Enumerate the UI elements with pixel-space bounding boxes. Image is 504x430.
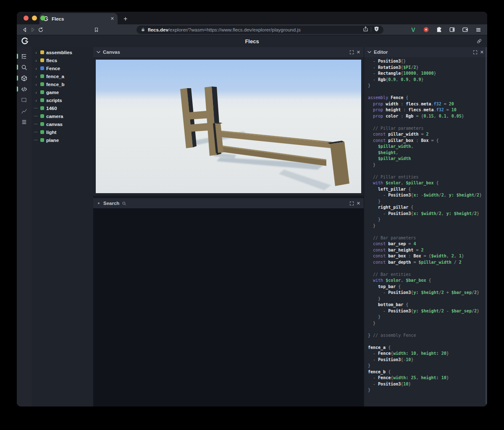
code-line: $pillar_width, <box>368 144 485 150</box>
reload-button[interactable] <box>37 27 45 33</box>
code-line: const bar_depth = $pillar_width / 2 <box>368 260 485 266</box>
entity-icon <box>40 122 44 126</box>
editor-panel: Editor ✕ - Position3{} - Rotation3{$PI/2… <box>364 47 487 406</box>
code-line <box>368 89 485 95</box>
sidebar-tree-icon[interactable] <box>17 51 32 62</box>
fullscreen-icon[interactable] <box>349 201 354 206</box>
chevron-down-icon[interactable] <box>368 51 371 53</box>
url-text: flecs.dev/explorer/?wasm=https://www.fle… <box>148 27 360 32</box>
url-bar[interactable]: flecs.dev/explorer/?wasm=https://www.fle… <box>136 26 383 34</box>
entity-icon <box>40 58 44 62</box>
bookmark-icon[interactable] <box>92 27 100 33</box>
tree-item-scripts[interactable]: ›scripts <box>32 96 93 104</box>
code-line: } <box>368 162 485 168</box>
code-line: } <box>368 223 485 229</box>
tree-item-canvas[interactable]: canvas <box>32 120 93 128</box>
browser-window: Flecs ✕ + flecs. <box>17 12 487 406</box>
tree-item-assemblies[interactable]: ›assemblies <box>32 48 93 56</box>
code-line: // Pillar entities <box>368 174 485 181</box>
expand-icon[interactable]: › <box>34 82 38 87</box>
close-icon[interactable]: ✕ <box>357 50 360 55</box>
tree-item-label: light <box>46 130 56 135</box>
tree-item-light[interactable]: light <box>32 128 93 136</box>
entity-icon <box>40 50 44 54</box>
tree-item-fence_b[interactable]: ›fence_b <box>32 80 93 88</box>
search-results-area[interactable] <box>93 208 364 406</box>
vue-devtools-icon[interactable]: V <box>409 26 418 33</box>
wallet-icon[interactable] <box>461 26 470 33</box>
sidebar-rows-icon[interactable] <box>17 116 32 127</box>
menu-icon[interactable] <box>474 27 483 33</box>
back-button[interactable] <box>21 27 29 33</box>
expand-icon[interactable]: › <box>34 58 38 63</box>
browser-tab[interactable]: Flecs ✕ <box>39 13 118 24</box>
extension-hex-icon[interactable] <box>422 26 431 33</box>
tree-item-label: assemblies <box>46 50 72 55</box>
expand-icon[interactable]: › <box>34 98 38 102</box>
brave-shield-icon[interactable] <box>374 26 379 34</box>
tree-item-fence_a[interactable]: ›fence_a <box>32 72 93 80</box>
code-line: prop width : flecs.meta.f32 = 20 <box>368 101 485 108</box>
link-icon[interactable] <box>476 38 482 44</box>
code-editor[interactable]: - Position3{} - Rotation3{$PI/2} - Recta… <box>364 57 487 406</box>
main-area: ›assemblies›flecs›Fence›fence_a›fence_b›… <box>17 47 487 406</box>
search-panel: Search ✕ <box>93 198 364 406</box>
share-icon[interactable] <box>363 26 368 34</box>
code-line: - Position3{y: $height/2 - $bar_sep/2} <box>368 308 485 315</box>
tab-close-icon[interactable]: ✕ <box>110 16 114 21</box>
tree-item-label: Fence <box>46 66 60 71</box>
close-icon[interactable]: ✕ <box>357 201 360 206</box>
extension-icons: V <box>409 26 483 33</box>
code-line: - Position3{10} <box>368 381 485 388</box>
tree-item-flecs[interactable]: ›flecs <box>32 56 93 64</box>
tree-item-label: camera <box>46 114 63 119</box>
zoom-window-button[interactable] <box>40 16 45 21</box>
browser-toolbar: flecs.dev/explorer/?wasm=https://www.fle… <box>17 24 487 35</box>
new-tab-button[interactable]: + <box>123 15 127 23</box>
code-line: - Rectangle{10000, 10000} <box>368 71 485 77</box>
extensions-puzzle-icon[interactable] <box>435 26 444 33</box>
sidebar-panel-icon[interactable] <box>448 26 457 33</box>
expand-icon[interactable]: › <box>34 90 38 94</box>
tree-item-Fence[interactable]: ›Fence <box>32 64 93 72</box>
close-icon[interactable]: ✕ <box>480 50 484 55</box>
tree-item-camera[interactable]: camera <box>32 112 93 120</box>
canvas-3d-viewport[interactable] <box>93 57 364 196</box>
minimize-window-button[interactable] <box>32 16 37 21</box>
collapse-dot-icon[interactable] <box>98 202 100 204</box>
code-line: } <box>368 217 485 223</box>
entity-tree: ›assemblies›flecs›Fence›fence_a›fence_b›… <box>32 47 93 406</box>
expand-icon[interactable]: › <box>34 66 38 71</box>
sidebar-chart-icon[interactable] <box>17 105 32 116</box>
tree-item-label: flecs <box>46 58 57 63</box>
expand-icon[interactable]: › <box>34 74 38 79</box>
code-line: } <box>368 387 485 393</box>
forward-button[interactable] <box>29 27 37 33</box>
code-line: } <box>368 363 485 369</box>
code-line: - Position3{} <box>368 58 485 65</box>
entity-icon <box>40 82 44 86</box>
code-line: with $color, $pillar_box { <box>368 180 485 186</box>
entity-icon <box>40 90 44 94</box>
traffic-lights <box>24 12 45 24</box>
tree-item-label: plane <box>46 138 59 143</box>
fullscreen-icon[interactable] <box>349 50 354 55</box>
code-line: } <box>368 296 485 302</box>
tree-item-label: game <box>46 90 59 95</box>
sidebar-cube-icon[interactable] <box>17 73 32 84</box>
code-line: const pillar_width = 2 <box>368 131 485 138</box>
fullscreen-icon[interactable] <box>473 50 478 55</box>
tree-item-1460[interactable]: 1460 <box>32 104 93 112</box>
sidebar-search-icon[interactable] <box>17 62 32 73</box>
sidebar-inspector-icon[interactable] <box>17 94 32 105</box>
sidebar-code-icon[interactable] <box>17 84 32 94</box>
code-line <box>368 119 485 126</box>
entity-icon <box>40 114 44 118</box>
expand-icon[interactable]: › <box>34 50 38 55</box>
code-line: const bar_box : Box = {$width, 2, 1} <box>368 253 485 260</box>
chevron-down-icon[interactable] <box>97 51 100 53</box>
search-icon <box>122 201 126 206</box>
tree-item-game[interactable]: ›game <box>32 88 93 96</box>
tree-item-plane[interactable]: plane <box>32 136 93 144</box>
close-window-button[interactable] <box>24 16 29 21</box>
